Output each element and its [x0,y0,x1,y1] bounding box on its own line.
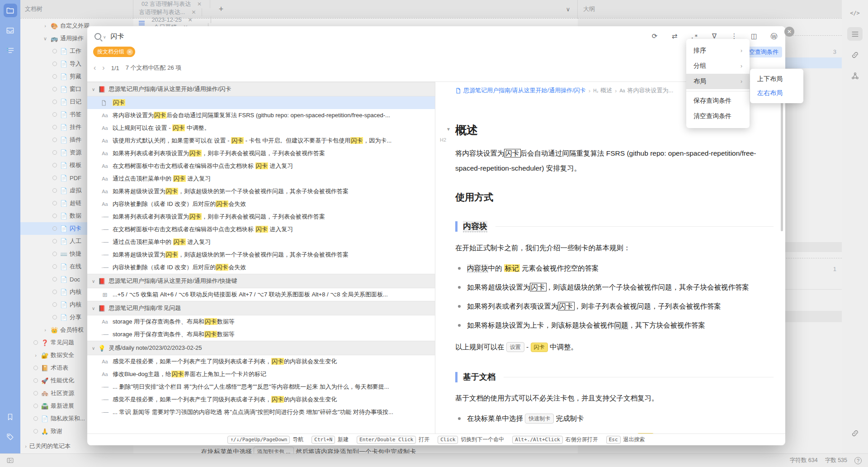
next-page-icon[interactable]: › [102,64,104,72]
chevron-down-icon[interactable]: ∨ [92,279,95,284]
code-icon[interactable]: </> [847,6,863,20]
result-item[interactable]: ·—... 常识 新闻等 需要对学习强国的内容吃透 将"点点滴滴"按照时间进行分… [87,406,435,419]
submenu-item[interactable]: 上下布局 [750,72,803,86]
result-item[interactable]: ·—如果将超级块设置为闪卡，则该超级块的第一个子块会被视作问题，其余子块会被视作… [87,248,435,261]
result-item[interactable]: ·—通过点击顶栏菜单中的 闪卡 进入复习 [87,236,435,248]
result-type-icon: ·— [101,264,109,271]
result-item[interactable]: Aa将内容块设置为闪卡后会自动通过间隔重复算法 FSRS (github rep… [87,109,435,122]
result-item[interactable]: Aa如果将列表或者列表项设置为闪卡，则非子列表会被视问题，子列表会被视作答案 [87,147,435,160]
submenu-item[interactable]: 左右布局 [750,86,803,100]
sidebar-toggle-icon[interactable] [6,457,14,464]
refresh-icon[interactable]: ⟳ [651,32,659,40]
match-summary: 7 个文档中匹配 26 项 [126,64,182,72]
preview-scrollbar[interactable] [781,86,783,231]
result-item[interactable]: Aa如果将超级块设置为闪卡，则该超级块的第一个子块会被视作问题，其余子块会被视作… [87,185,435,198]
result-item[interactable]: Aa该使用方式默认关闭，如果需要可以在 设置 - 闪卡 - 卡包 中开启。但建议… [87,134,435,147]
prev-page-icon[interactable]: ‹ [94,64,96,72]
hint-label: 切换到下一个命中 [461,436,504,443]
breadcrumb-doc-link[interactable]: 思源笔记用户指南/请从这里开始/通用操作/闪卡 [455,86,586,95]
block-ref[interactable]: 内容块 [467,264,488,272]
breadcrumb-part[interactable]: H₂ 概述 [593,86,612,95]
result-text: 将内容块设置为闪卡后会自动通过间隔重复算法 FSRS (github repo:… [113,111,390,119]
result-item[interactable]: ·—如果将列表或者列表项设置为闪卡，则非子列表会被视问题，子列表会被视作答案 [87,210,435,223]
chevron-down-icon[interactable]: ∨ [92,87,95,92]
result-item[interactable]: ·—内容块被删除（或者 ID 改变）后对应的闪卡会失效 [87,261,435,274]
replace-icon[interactable]: ⇄ [670,32,679,40]
paragraph: 基于文档的使用方式可以不必关注卡包，并且支持父子文档复习。 [455,391,774,405]
tab-label: 言语理解与表达... [139,8,185,16]
remove-group-icon[interactable]: ✕ [127,49,133,55]
collapse-arrow-icon[interactable]: ▼ [446,127,451,132]
tree-bullet-icon [33,416,38,421]
menu-item[interactable]: 布局› [686,74,750,89]
chevron-right-icon: › [741,48,742,54]
chevron-right-icon[interactable]: › [42,327,48,333]
result-item[interactable]: Aa内容块被删除（或者 ID 改变）后对应的闪卡会失效 [87,198,435,210]
kbd-chip[interactable]: 快速制卡 [525,414,554,424]
whole-word-icon[interactable]: Ⓦ [770,32,778,41]
graph-icon[interactable] [847,69,863,82]
inbox-icon[interactable] [4,24,17,37]
group-by-doc-badge[interactable]: 按文档分组 ✕ [93,47,135,57]
search-mode-chevron-icon[interactable]: ∨ [103,35,106,39]
tab[interactable]: 02 言语理解与表达✕ [133,0,210,8]
breadcrumb-part[interactable]: Aa 将内容块设置为... [619,86,673,95]
tab[interactable]: 言语理解与表达...✕ [133,8,202,16]
result-item[interactable]: ·—storage 用于保存查询条件、布局和闪卡数据等 [87,328,435,341]
result-type-icon: ·— [101,214,109,220]
close-dialog-button[interactable]: ✕ [784,27,794,37]
result-item[interactable]: Aa感觉不是很必要，如果一个列表产生了同级列表或者子列表，闪卡的内容就会发生变化 [87,355,435,368]
bookmark-icon[interactable] [4,410,17,424]
result-item[interactable]: Aa通过点击顶栏菜单中的 闪卡 进入复习 [87,172,435,185]
tab-close-icon[interactable]: ✕ [197,1,202,7]
result-group-header[interactable]: ∨📕思源笔记用户指南/常见问题 [87,301,435,315]
result-item[interactable]: Aa修改Blue-dog主题，给闪卡界面右上角加上一个卡片的标记 [87,368,435,381]
menu-item[interactable]: 清空查询条件 [686,109,750,124]
result-item[interactable]: Aa在文档树面板中右击文档或者在编辑器中点击文档块标 闪卡 进入复习 [87,160,435,172]
files-icon[interactable] [4,4,17,17]
kbd-chip[interactable]: 设置 [506,342,524,352]
tree-item-icon: 📄 [59,238,68,245]
result-item[interactable]: ·—在文档树面板中右击文档或者在编辑器中点击文档块标 闪卡 进入复习 [87,223,435,236]
chevron-down-icon[interactable]: ∨ [92,306,95,311]
search-input-row: ∨ 闪卡 ⟳⇄.*∇⋮◫Ⓦ [87,26,785,46]
backlinks-icon[interactable] [847,48,863,62]
tab-close-icon[interactable]: ✕ [188,17,193,23]
block-ref[interactable]: 问题 [614,321,628,329]
result-item[interactable]: ⊞...+5 / ⌥5 收集箱 Alt+6 / ⌥6 联动反向链接面板 Alt+… [87,288,435,301]
chevron-down-icon[interactable]: ∨ [42,36,48,42]
result-group-header[interactable]: ∨📕思源笔记用户指南/请从这里开始/通用操作/快捷键 [87,274,435,288]
chevron-right-icon[interactable]: › [33,353,39,358]
tab-close-icon[interactable]: ✕ [191,9,196,15]
help-icon[interactable]: ? [854,457,862,464]
link-icon[interactable] [847,426,863,440]
tree-bullet-icon [52,226,57,231]
tree-item-icon: 🚀 [40,377,49,384]
result-group-header[interactable]: ∨💡灵感/daily note/2023/02/2023-02-25 [87,341,435,355]
menu-item[interactable]: 保存查询条件 [686,93,750,109]
chevron-right-icon[interactable]: › [42,23,48,29]
result-text: 该使用方式默认关闭，如果需要可以在 设置 - 闪卡 - 卡包 中开启。但建议不要… [113,137,392,145]
outline-icon[interactable] [847,27,863,41]
split-view-icon[interactable]: ◫ [750,32,758,40]
menu-item[interactable]: 排序› [686,43,750,58]
chevron-down-icon[interactable]: ∨ [92,346,95,351]
tree-item-icon: 📄 [59,111,68,118]
result-item[interactable]: Aa以上规则可以在 设置 - 闪卡 中调整。 [87,122,435,134]
text-run: 如果将列表或者列表项设置为 [467,302,558,310]
search-icon[interactable] [94,33,101,40]
result-item[interactable]: ·—... 删除"明日安排"这个栏目 将"为什么""人生感悟""思考""反思"等… [87,381,435,393]
new-tab-button[interactable]: + [211,0,231,18]
result-item[interactable]: ·—感觉不是很必要，如果一个列表产生了同级列表或者子列表，闪卡的内容就会发生变化 [87,393,435,406]
menu-item[interactable]: 分组› [686,58,750,74]
flashcard-chip[interactable]: 闪卡 [531,343,548,352]
search-input[interactable]: 闪卡 [111,32,124,41]
result-text: 闪卡 [113,99,125,107]
result-item[interactable]: 闪卡 [87,96,435,109]
result-item[interactable]: Aastorage 用于保存查询条件、布局和闪卡数据等 [87,315,435,328]
doc-outline-icon[interactable] [4,43,17,57]
tab-list-chevron-icon[interactable]: ∨ [559,0,578,18]
tag-icon[interactable] [4,430,17,443]
result-group-header[interactable]: ∨📕思源笔记用户指南/请从这里开始/通用操作/闪卡 [87,82,435,96]
tab[interactable]: 2023-12-25✕ [133,16,211,23]
